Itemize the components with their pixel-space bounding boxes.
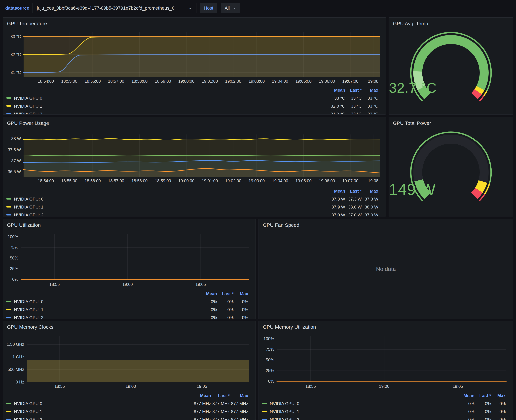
svg-text:100%: 100% [8, 234, 18, 239]
panel-gpu-power-usage: GPU Power Usage 18:54:0018:55:0018:56:00… [3, 117, 386, 217]
svg-text:18:55: 18:55 [305, 384, 316, 389]
legend-sort-mean[interactable]: Mean [199, 291, 217, 296]
chevron-down-icon: ⌄ [232, 6, 236, 9]
legend-sort-max[interactable]: Max [234, 291, 248, 296]
gpu-utilization-chart[interactable]: 18:5519:0019:050%25%50%75%100% [6, 230, 253, 289]
panel-title[interactable]: GPU Utilization [3, 219, 256, 228]
svg-text:31 °C: 31 °C [10, 70, 21, 75]
legend-sort-max[interactable]: Max [362, 188, 378, 193]
legend-series-label[interactable]: NVIDIA GPU: 1 [6, 204, 325, 209]
gpu-power-chart[interactable]: 18:54:0018:55:0018:56:0018:57:0018:58:00… [6, 128, 383, 187]
host-value-picker[interactable]: All ⌄ [221, 3, 240, 13]
legend-series-label[interactable]: NVIDIA GPU: 2 [262, 417, 456, 420]
svg-text:19:05: 19:05 [195, 282, 206, 287]
legend-series-label[interactable]: NVIDIA GPU: 1 [262, 409, 456, 414]
panel-title[interactable]: GPU Temperature [3, 18, 386, 26]
svg-text:18:54:00: 18:54:00 [38, 79, 54, 83]
legend-row: NVIDIA GPU: 20%0%0% [262, 415, 506, 420]
legend-sort-mean[interactable]: Mean [325, 188, 345, 193]
datasource-picker[interactable]: juju_cos_0bbf3ca6-e39d-4177-89b5-39791e7… [32, 3, 196, 13]
legend-series-label[interactable]: NVIDIA GPU: 2 [6, 315, 199, 319]
svg-text:19:07:00: 19:07:00 [342, 179, 358, 183]
legend: MeanLast *MaxNVIDIA GPU: 00%0%0%NVIDIA G… [262, 391, 506, 420]
legend-series-label[interactable]: NVIDIA GPU: 0 [6, 196, 325, 201]
legend-row: NVIDIA GPU: 137.9 W38.0 W38.0 W [6, 203, 378, 211]
legend-sort-last[interactable]: Last * [345, 188, 362, 193]
legend-series-label[interactable]: NVIDIA GPU 2 [6, 111, 325, 114]
legend-sort-last[interactable]: Last * [345, 88, 362, 92]
svg-text:18:55:00: 18:55:00 [61, 79, 77, 83]
legend-series-label[interactable]: NVIDIA GPU 1 [6, 409, 189, 414]
no-data-message: No data [376, 266, 396, 272]
host-variable-label[interactable]: Host [200, 3, 217, 13]
legend-value: 877 MHz [230, 417, 248, 420]
panel-title[interactable]: GPU Power Usage [3, 117, 386, 126]
legend-value: 37.0 W [345, 212, 362, 217]
legend-sort-mean[interactable]: Mean [325, 88, 345, 92]
legend-value: 33 °C [362, 96, 378, 100]
series-color-swatch-icon [6, 411, 11, 412]
panel-title[interactable]: GPU Memory Clocks [3, 321, 256, 330]
svg-text:19:00: 19:00 [125, 384, 136, 389]
legend-series-label[interactable]: NVIDIA GPU: 0 [262, 401, 456, 406]
gauge-value: 32.7 °C [389, 80, 513, 96]
svg-text:18:55: 18:55 [54, 384, 65, 389]
legend-value: 32.8 °C [325, 103, 345, 108]
legend-sort-mean[interactable]: Mean [456, 393, 474, 398]
legend-series-label[interactable]: NVIDIA GPU: 0 [6, 299, 199, 304]
legend-sort-last[interactable]: Last * [217, 291, 234, 296]
gpu-memory-utilization-chart[interactable]: 18:5519:0019:050%25%50%75%100% [261, 332, 510, 391]
svg-text:25%: 25% [10, 266, 18, 271]
legend-value: 37.3 W [325, 196, 345, 201]
legend-series-label[interactable]: NVIDIA GPU 0 [6, 401, 189, 406]
legend-value: 877 MHz [211, 401, 230, 406]
series-color-swatch-icon [6, 309, 11, 310]
legend-value: 0% [456, 409, 474, 414]
legend-sort-max[interactable]: Max [491, 393, 506, 398]
legend-row: NVIDIA GPU 033 °C33 °C33 °C [6, 94, 378, 102]
panel-title[interactable]: GPU Fan Speed [259, 219, 513, 228]
legend-sort-last[interactable]: Last * [211, 393, 230, 398]
gpu-temperature-chart[interactable]: 18:54:0018:55:0018:56:0018:57:0018:58:00… [6, 29, 383, 87]
svg-text:36.5 W: 36.5 W [8, 169, 21, 174]
legend-value: 877 MHz [230, 409, 248, 414]
legend-value: 33 °C [345, 103, 362, 108]
svg-text:19:05:00: 19:05:00 [295, 79, 311, 83]
chevron-down-icon: ⌄ [188, 6, 192, 9]
panel-title[interactable]: GPU Avg. Temp [389, 18, 513, 26]
legend-value: 0% [474, 417, 491, 420]
legend-series-label[interactable]: NVIDIA GPU 1 [6, 103, 325, 108]
legend-value: 0% [217, 299, 234, 304]
legend-value: 0% [199, 307, 217, 312]
svg-text:1 GHz: 1 GHz [12, 355, 24, 359]
series-color-swatch-icon [6, 105, 11, 107]
legend-value: 31.9 °C [325, 111, 345, 114]
legend-sort-mean[interactable]: Mean [189, 393, 211, 398]
gpu-memory-clocks-chart[interactable]: 18:5519:0019:050 Hz500 MHz1 GHz1.50 GHz [6, 332, 253, 391]
legend-series-label[interactable]: NVIDIA GPU 0 [6, 96, 325, 100]
svg-text:19:00:00: 19:00:00 [178, 79, 194, 83]
legend-value: 877 MHz [230, 401, 248, 406]
legend-value: 0% [199, 299, 217, 304]
legend: MeanLast *MaxNVIDIA GPU 0877 MHz877 MHz8… [6, 391, 248, 420]
panel-title[interactable]: GPU Memory Utilization [259, 321, 513, 330]
svg-text:19:00:00: 19:00:00 [178, 179, 194, 183]
legend-sort-max[interactable]: Max [362, 88, 378, 92]
svg-text:18:58:00: 18:58:00 [131, 179, 147, 183]
legend-series-label[interactable]: NVIDIA GPU: 2 [6, 212, 325, 217]
avg-temp-gauge [389, 26, 513, 114]
svg-text:19:07:00: 19:07:00 [342, 79, 358, 83]
svg-text:18:57:00: 18:57:00 [108, 79, 124, 83]
datasource-variable-label[interactable]: datasource [5, 6, 29, 10]
chart-svg: 18:5519:0019:050%25%50%75%100% [261, 332, 511, 390]
legend-value: 0% [491, 409, 506, 414]
series-color-swatch-icon [6, 97, 11, 99]
legend-sort-last[interactable]: Last * [474, 393, 491, 398]
panel-title[interactable]: GPU Total Power [389, 117, 513, 126]
svg-text:19:00: 19:00 [122, 282, 133, 287]
legend-series-label[interactable]: NVIDIA GPU: 1 [6, 307, 199, 312]
svg-text:18:57:00: 18:57:00 [108, 179, 124, 183]
legend-series-label[interactable]: NVIDIA GPU 2 [6, 417, 189, 420]
legend-row: NVIDIA GPU 132.8 °C33 °C33 °C [6, 102, 378, 110]
legend-sort-max[interactable]: Max [230, 393, 248, 398]
